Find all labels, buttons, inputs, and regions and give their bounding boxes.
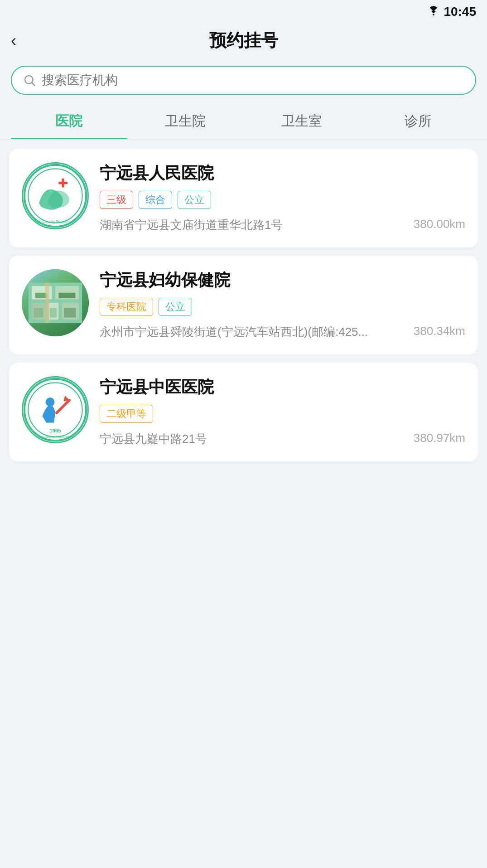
- svg-text:Ningyuan County People's Hospi: Ningyuan County People's Hospital: [25, 219, 86, 224]
- tabs-container: 医院 卫生院 卫生室 诊所: [0, 104, 487, 140]
- badge-specialty: 专科医院: [100, 298, 153, 316]
- hospitals-list: Ningyuan County People's Hospital 宁远县人民医…: [0, 149, 487, 461]
- header: ‹ 预约挂号: [0, 22, 487, 61]
- tab-dispensary[interactable]: 诊所: [360, 104, 476, 139]
- hospital-card-3[interactable]: 1965 Ningyuan Chinese Medicine Hospital …: [9, 363, 478, 461]
- tab-health-room[interactable]: 卫生室: [244, 104, 360, 139]
- svg-rect-14: [58, 293, 75, 298]
- svg-rect-18: [45, 283, 49, 323]
- search-bar[interactable]: [11, 66, 476, 95]
- svg-text:1965: 1965: [49, 428, 61, 433]
- hospital-name-1: 宁远县人民医院: [100, 162, 465, 184]
- svg-text:Ningyuan Chinese Medicine Hosp: Ningyuan Chinese Medicine Hospital: [29, 435, 82, 439]
- status-bar: 10:45: [0, 0, 487, 22]
- hospital-info-2: 宁远县妇幼保健院 专科医院 公立 永州市宁远县舜陵街道(宁远汽车站西北)(邮编:…: [100, 269, 465, 341]
- search-input[interactable]: [42, 73, 464, 87]
- hospital-address-1: 湖南省宁远县文庙街道重华北路1号: [100, 216, 414, 234]
- search-container: [0, 61, 487, 104]
- hospital-address-row-2: 永州市宁远县舜陵街道(宁远汽车站西北)(邮编:425... 380.34km: [100, 323, 465, 341]
- hospital-address-3: 宁远县九嶷中路21号: [100, 430, 414, 448]
- tab-hospital[interactable]: 医院: [11, 104, 127, 139]
- hospital-info-3: 宁远县中医医院 二级甲等 宁远县九嶷中路21号 380.97km: [100, 376, 465, 448]
- wifi-icon: [427, 6, 440, 18]
- hospital-address-row-1: 湖南省宁远县文庙街道重华北路1号 380.00km: [100, 216, 465, 234]
- hospital-badges-1: 三级 综合 公立: [100, 191, 465, 209]
- badge-ownership-2: 公立: [159, 298, 192, 316]
- hospital-badges-2: 专科医院 公立: [100, 298, 465, 316]
- badge-level-3: 二级甲等: [100, 405, 153, 423]
- status-time: 10:45: [444, 5, 476, 19]
- hospital-distance-1: 380.00km: [414, 217, 465, 231]
- hospital-address-row-3: 宁远县九嶷中路21号 380.97km: [100, 430, 465, 448]
- hospital-address-2: 永州市宁远县舜陵街道(宁远汽车站西北)(邮编:425...: [100, 323, 414, 341]
- hospital-name-2: 宁远县妇幼保健院: [100, 269, 465, 291]
- hospital-logo-2: [22, 269, 89, 336]
- hospital-distance-2: 380.34km: [414, 324, 465, 338]
- page-title: 预约挂号: [209, 29, 278, 52]
- svg-rect-17: [64, 308, 76, 318]
- hospital-logo-3: 1965 Ningyuan Chinese Medicine Hospital: [22, 376, 89, 443]
- hospital-info-1: 宁远县人民医院 三级 综合 公立 湖南省宁远县文庙街道重华北路1号 380.00…: [100, 162, 465, 234]
- hospital-distance-3: 380.97km: [414, 431, 465, 445]
- back-button[interactable]: ‹: [11, 33, 16, 49]
- svg-rect-16: [50, 308, 57, 318]
- hospital-card-1[interactable]: Ningyuan County People's Hospital 宁远县人民医…: [9, 149, 478, 247]
- hospital-logo-1: Ningyuan County People's Hospital: [22, 162, 89, 229]
- svg-rect-15: [34, 308, 43, 318]
- hospital-badges-3: 二级甲等: [100, 405, 465, 423]
- search-icon: [23, 73, 36, 87]
- badge-type: 综合: [139, 191, 172, 209]
- svg-rect-4: [62, 179, 64, 188]
- hospital-card-2[interactable]: 宁远县妇幼保健院 专科医院 公立 永州市宁远县舜陵街道(宁远汽车站西北)(邮编:…: [9, 256, 478, 354]
- hospital-name-3: 宁远县中医医院: [100, 376, 465, 398]
- tab-clinic[interactable]: 卫生院: [127, 104, 244, 139]
- badge-level: 三级: [100, 191, 133, 209]
- badge-ownership: 公立: [178, 191, 211, 209]
